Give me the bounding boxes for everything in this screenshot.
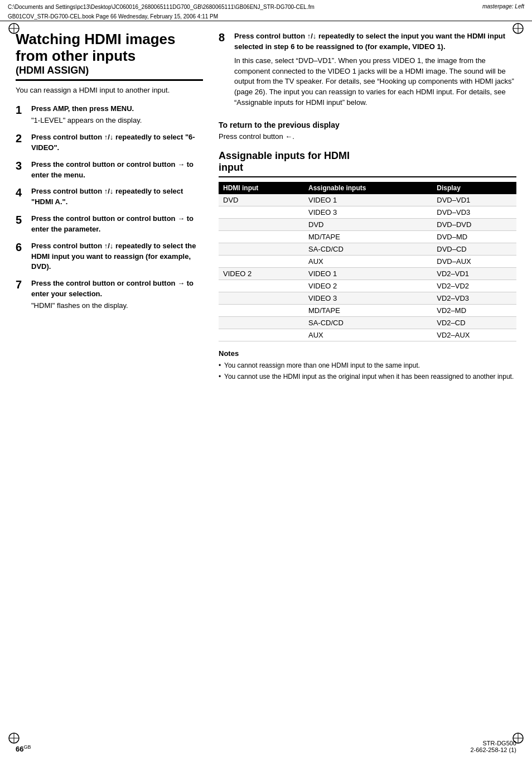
- intro-text: You can reassign a HDMI input to another…: [16, 85, 203, 96]
- footer: 66GB STR-DG500 2-662-258-12 (1): [0, 740, 532, 753]
- step-content-4: Press control button ↑/↓ repeatedly to s…: [31, 186, 203, 208]
- table-row: SA-CD/CDVD2–CD: [219, 316, 516, 329]
- cell-hdmi-input: [219, 243, 304, 255]
- book-ref-bar: GB01COV_STR-DG700-CEL.book Page 66 Wedne…: [0, 12, 532, 21]
- cell-assignable: VIDEO 3: [304, 206, 432, 218]
- step-1-text: Press AMP, then press MENU.: [31, 104, 134, 113]
- left-column: Watching HDMI images from other inputs (…: [16, 31, 216, 383]
- step-7: 7 Press the control button or control bu…: [16, 278, 203, 311]
- section-title: Watching HDMI images from other inputs (…: [16, 31, 203, 81]
- footer-model: STR-DG500 2-662-258-12 (1): [470, 740, 516, 753]
- table-section-title: Assignable inputs for HDMI input: [219, 150, 516, 177]
- cell-assignable: AUX: [304, 329, 432, 341]
- step-6-text: Press control button ↑/↓ repeatedly to s…: [31, 242, 196, 271]
- cell-display: VD2–CD: [432, 316, 516, 329]
- book-ref-text: GB01COV_STR-DG700-CEL.book Page 66 Wedne…: [8, 13, 218, 20]
- table-title-line1: Assignable inputs for HDMI: [219, 150, 350, 161]
- cell-display: VD2–VD3: [432, 292, 516, 304]
- return-title: To return to the previous display: [219, 121, 516, 129]
- step-7-text: Press the control button or control butt…: [31, 279, 194, 298]
- title-line1: Watching HDMI images: [16, 31, 203, 48]
- cell-hdmi-input: [219, 304, 304, 316]
- cell-assignable: MD/TAPE: [304, 230, 432, 243]
- step-7-note: "HDMI" flashes on the display.: [31, 301, 203, 311]
- cell-assignable: SA-CD/CD: [304, 316, 432, 329]
- cell-assignable: MD/TAPE: [304, 304, 432, 316]
- right-column: 8 Press control button ↑/↓ repeatedly to…: [216, 31, 516, 383]
- notes-item: You cannot use the HDMI input as the ori…: [219, 372, 516, 382]
- table-row: VIDEO 2VIDEO 1VD2–VD1: [219, 267, 516, 280]
- step-content-2: Press control button ↑/↓ repeatedly to s…: [31, 132, 203, 153]
- step-content-1: Press AMP, then press MENU. "1-LEVEL" ap…: [31, 104, 142, 126]
- notes-item: You cannot reassign more than one HDMI i…: [219, 360, 516, 370]
- corner-mark-tr: [512, 22, 524, 35]
- step-3: 3 Press the control button or control bu…: [16, 160, 203, 181]
- step-2-text: Press control button ↑/↓ repeatedly to s…: [31, 133, 195, 152]
- step-4-text: Press control button ↑/↓ repeatedly to s…: [31, 187, 183, 206]
- cell-display: DVD–CD: [432, 243, 516, 255]
- top-bar: C:\Documents and Settings\pc13\Desktop\J…: [0, 0, 532, 12]
- return-section: To return to the previous display Press …: [219, 121, 516, 142]
- step-8-title: Press control button ↑/↓ repeatedly to s…: [234, 31, 516, 52]
- title-line2: from other inputs: [16, 48, 203, 65]
- cell-hdmi-input: VIDEO 2: [219, 267, 304, 280]
- step-number-8: 8: [219, 31, 234, 44]
- col-header-assignable-inputs: Assignable inputs: [304, 182, 432, 194]
- table-row: DVDVIDEO 1DVD–VD1: [219, 194, 516, 206]
- step-content-3: Press the control button or control butt…: [31, 160, 203, 181]
- step-5: 5 Press the control button or control bu…: [16, 214, 203, 235]
- footer-page-number: 66GB: [16, 744, 31, 753]
- step-2: 2 Press control button ↑/↓ repeatedly to…: [16, 132, 203, 153]
- notes-title: Notes: [219, 348, 516, 359]
- cell-hdmi-input: [219, 206, 304, 218]
- step-8-body: In this case, select “DVD–VD1”. When you…: [234, 56, 516, 108]
- table-row: AUXVD2–AUX: [219, 329, 516, 341]
- step-8: 8 Press control button ↑/↓ repeatedly to…: [219, 31, 516, 114]
- step-number-6: 6: [16, 241, 31, 253]
- cell-hdmi-input: [219, 292, 304, 304]
- cell-hdmi-input: DVD: [219, 194, 304, 206]
- notes-section: Notes You cannot reassign more than one …: [219, 348, 516, 382]
- step-1-note: "1-LEVEL" appears on the display.: [31, 115, 142, 126]
- step-5-text: Press the control button or control butt…: [31, 214, 194, 233]
- col-header-display: Display: [432, 182, 516, 194]
- table-title-line2: input: [219, 162, 243, 173]
- cell-hdmi-input: [219, 218, 304, 230]
- notes-list: You cannot reassign more than one HDMI i…: [219, 360, 516, 382]
- table-row: VIDEO 3DVD–VD3: [219, 206, 516, 218]
- page-container: C:\Documents and Settings\pc13\Desktop\J…: [0, 0, 532, 761]
- table-row: AUXDVD–AUX: [219, 255, 516, 267]
- cell-assignable: VIDEO 2: [304, 280, 432, 292]
- main-content: Watching HDMI images from other inputs (…: [0, 21, 532, 383]
- table-body: DVDVIDEO 1DVD–VD1VIDEO 3DVD–VD3DVDDVD–DV…: [219, 194, 516, 341]
- table-row: VIDEO 3VD2–VD3: [219, 292, 516, 304]
- cell-display: DVD–VD3: [432, 206, 516, 218]
- cell-hdmi-input: [219, 255, 304, 267]
- step-number-2: 2: [16, 132, 31, 145]
- cell-display: VD2–AUX: [432, 329, 516, 341]
- cell-display: VD2–MD: [432, 304, 516, 316]
- cell-hdmi-input: [219, 316, 304, 329]
- cell-display: VD2–VD2: [432, 280, 516, 292]
- step-number-7: 7: [16, 278, 31, 291]
- cell-display: VD2–VD1: [432, 267, 516, 280]
- table-row: DVDDVD–DVD: [219, 218, 516, 230]
- filepath-text: C:\Documents and Settings\pc13\Desktop\J…: [8, 3, 315, 11]
- cell-assignable: DVD: [304, 218, 432, 230]
- cell-assignable: SA-CD/CD: [304, 243, 432, 255]
- cell-display: DVD–VD1: [432, 194, 516, 206]
- cell-hdmi-input: [219, 280, 304, 292]
- step-4: 4 Press control button ↑/↓ repeatedly to…: [16, 186, 203, 208]
- cell-hdmi-input: [219, 230, 304, 243]
- table-header: HDMI input Assignable inputs Display: [219, 182, 516, 194]
- subtitle: (HDMI ASSIGN): [16, 65, 203, 76]
- step-number-1: 1: [16, 104, 31, 116]
- footer-superscript: GB: [23, 744, 31, 750]
- cell-display: DVD–AUX: [432, 255, 516, 267]
- cell-assignable: VIDEO 1: [304, 194, 432, 206]
- cell-assignable: AUX: [304, 255, 432, 267]
- step-number-4: 4: [16, 186, 31, 199]
- cell-assignable: VIDEO 1: [304, 267, 432, 280]
- table-row: SA-CD/CDDVD–CD: [219, 243, 516, 255]
- step-6: 6 Press control button ↑/↓ repeatedly to…: [16, 241, 203, 273]
